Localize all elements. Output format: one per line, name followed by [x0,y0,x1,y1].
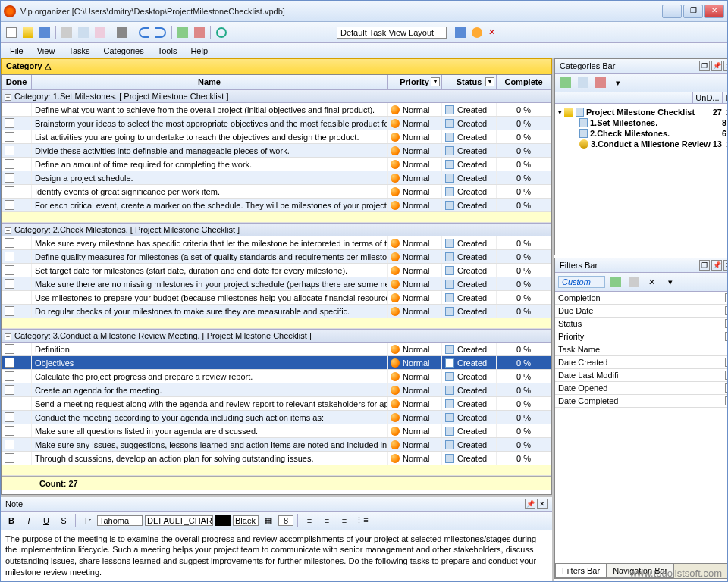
done-checkbox[interactable] [5,132,14,142]
undo-icon[interactable] [136,25,152,40]
task-row[interactable]: Use milestones to prepare your budget (b… [2,291,551,305]
collapse-icon[interactable]: − [5,94,11,101]
filter-more-icon[interactable]: ▾ [663,274,678,289]
done-checkbox[interactable] [5,173,14,183]
col-status[interactable]: Status▾ [442,75,497,89]
collapse-icon[interactable]: − [5,333,11,340]
done-checkbox[interactable] [5,358,14,368]
chevron-down-icon[interactable]: ▾ [725,371,727,380]
task-row[interactable]: DefinitionNormalCreated0 % [2,343,551,356]
task-row[interactable]: Make sure all questions listed in your a… [2,424,551,438]
done-checkbox[interactable] [5,293,14,302]
col-undone[interactable]: UnD... [693,92,722,103]
done-checkbox[interactable] [5,279,14,289]
chevron-down-icon[interactable]: ▾ [725,332,727,341]
col-priority[interactable]: Priority▾ [388,75,442,89]
done-checkbox[interactable] [5,200,14,210]
task-add-icon[interactable] [175,25,190,40]
col-done[interactable]: Done [2,75,32,89]
pin-icon[interactable]: 📌 [711,260,722,271]
filter-name[interactable]: Custom [558,276,605,288]
task-row[interactable]: Identify events of great significance pe… [2,185,551,199]
menu-view[interactable]: View [31,45,61,57]
close-icon[interactable]: ✕ [723,260,727,271]
tree-item[interactable]: 2.Check Milestones.66 [558,128,727,139]
done-checkbox[interactable] [5,412,14,422]
close-button[interactable]: ✕ [704,5,724,18]
menu-categories[interactable]: Categories [98,45,150,57]
open-icon[interactable] [20,25,36,40]
done-checkbox[interactable] [5,105,14,114]
done-checkbox[interactable] [5,159,14,169]
tree-item[interactable]: 1.Set Milestones.88 [558,117,727,128]
done-checkbox[interactable] [5,440,14,449]
done-checkbox[interactable] [5,399,14,408]
tree-root[interactable]: ▾Project Milestone Checklist2727 [558,107,727,117]
filter-row[interactable]: Status▾ [555,318,727,330]
align-right-icon[interactable]: ≡ [337,513,352,528]
done-checkbox[interactable] [5,252,14,261]
done-checkbox[interactable] [5,385,14,395]
redo-icon[interactable] [153,25,168,40]
close-icon[interactable]: ✕ [537,499,548,509]
strike-icon[interactable]: S [56,513,71,528]
task-row[interactable]: List activities you are going to underta… [2,130,551,144]
done-checkbox[interactable] [5,238,14,248]
menu-help[interactable]: Help [184,45,214,57]
task-del-icon[interactable] [192,25,207,40]
task-row[interactable]: Define what you want to achieve from the… [2,103,551,117]
filter-row[interactable]: Completion▾ [555,292,727,305]
menu-tasks[interactable]: Tasks [62,45,96,57]
task-row[interactable]: Design a project schedule.NormalCreated0… [2,171,551,185]
chevron-down-icon[interactable]: ▾ [725,358,727,367]
save-icon[interactable] [37,25,52,40]
collapse-icon[interactable]: − [5,227,11,234]
chevron-down-icon[interactable]: ▾ [725,306,727,315]
italic-icon[interactable]: I [21,513,36,528]
cut-icon[interactable] [59,25,74,40]
task-row[interactable]: Make sure any issues, suggestions, lesso… [2,438,551,452]
expand-icon[interactable]: ▾ [610,75,626,90]
paste-icon[interactable] [93,25,108,40]
task-row[interactable]: Conduct the meeting according to your ag… [2,411,551,424]
task-row[interactable]: ObjectivesNormalCreated0 % [2,356,551,370]
category-row[interactable]: −Category: 3.Conduct a Milestone Review … [2,329,551,343]
col-name[interactable]: Name [32,75,388,89]
chevron-down-icon[interactable]: ▾ [725,293,727,302]
align-left-icon[interactable]: ≡ [302,513,317,528]
done-checkbox[interactable] [5,118,14,128]
chevron-down-icon[interactable]: ▾ [725,396,727,405]
maximize-button[interactable]: ❐ [683,5,703,18]
print-icon[interactable] [115,25,130,40]
task-row[interactable]: Make sure every milestone has specific c… [2,236,551,250]
align-center-icon[interactable]: ≡ [319,513,334,528]
layout-save-icon[interactable] [453,25,468,40]
category-row[interactable]: −Category: 2.Check Milestones. [ Project… [2,223,551,236]
filter-row[interactable]: Date Last Modifi▾ [555,369,727,382]
close-icon[interactable]: ✕ [723,61,727,71]
menu-file[interactable]: File [4,45,30,57]
task-row[interactable]: Make sure there are no missing milestone… [2,277,551,291]
bold-icon[interactable]: B [4,513,19,528]
filter-apply-icon[interactable] [608,274,623,289]
font-name[interactable]: Tahoma [97,515,143,526]
done-checkbox[interactable] [5,265,14,275]
chevron-down-icon[interactable]: ▾ [725,319,727,328]
done-checkbox[interactable] [5,371,14,381]
chevron-down-icon[interactable]: ▾ [431,77,440,86]
filter-row[interactable]: Date Opened▾ [555,382,727,395]
font-style[interactable]: DEFAULT_CHAR [145,515,213,526]
layout-combo[interactable]: Default Task View Layout [337,27,447,39]
task-row[interactable]: Define an amount of time required for co… [2,158,551,171]
group-bar[interactable]: Category △ [1,58,552,74]
refresh-icon[interactable] [214,25,229,40]
chevron-down-icon[interactable]: ▾ [485,77,494,86]
restore-icon[interactable]: ❐ [699,61,710,71]
col-complete[interactable]: Complete [497,75,551,89]
font-color[interactable]: Black [233,515,259,526]
task-row[interactable]: Divide these activities into definable a… [2,144,551,158]
task-row[interactable]: Create an agenda for the meeting.NormalC… [2,383,551,397]
filter-delete-icon[interactable]: ✕ [645,274,660,289]
task-row[interactable]: Set target date for milestones (start da… [2,264,551,277]
task-row[interactable]: Calculate the project progress and prepa… [2,370,551,383]
